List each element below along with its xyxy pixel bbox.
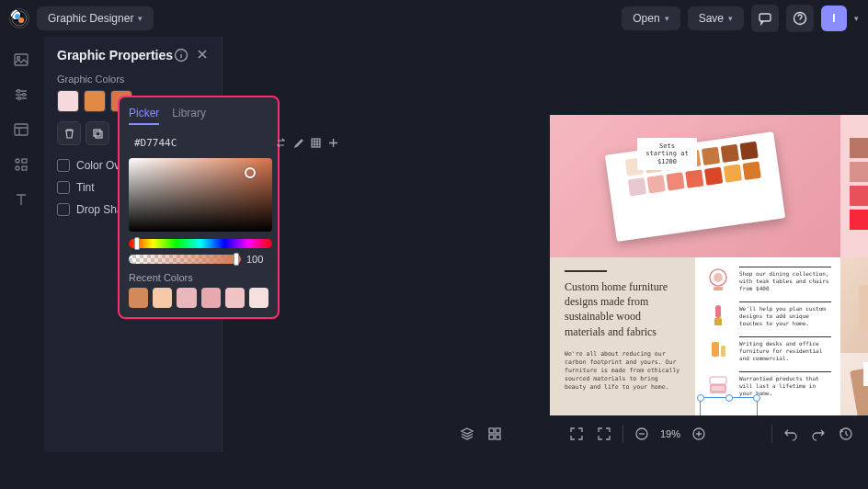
hue-slider[interactable] bbox=[129, 239, 272, 248]
bottom-toolbar: 19% bbox=[445, 415, 868, 452]
body-text: We're all about reducing our carbon foot… bbox=[565, 350, 680, 392]
design-cell-strokes[interactable]: Living Room Sets bbox=[840, 115, 868, 257]
item-text: Writing desks and office furniture for r… bbox=[739, 336, 831, 361]
eyedropper-icon[interactable] bbox=[292, 135, 304, 150]
headline-text: Custom home furniture designs made from … bbox=[565, 279, 680, 339]
list-item[interactable]: Writing desks and office furniture for r… bbox=[704, 336, 831, 364]
swap-icon[interactable] bbox=[275, 135, 287, 150]
svg-rect-17 bbox=[96, 131, 102, 138]
svg-rect-12 bbox=[22, 159, 27, 163]
save-button[interactable]: Save ▾ bbox=[688, 6, 744, 30]
delete-button[interactable] bbox=[57, 121, 81, 145]
checkbox-icon bbox=[57, 181, 70, 194]
list-item[interactable]: Warrantied products that will last a lif… bbox=[704, 371, 831, 399]
app-mode-dropdown[interactable]: Graphic Designer ▾ bbox=[37, 6, 154, 30]
recent-color-swatch[interactable] bbox=[225, 288, 245, 308]
svg-point-6 bbox=[17, 57, 20, 60]
history-icon[interactable] bbox=[837, 425, 855, 443]
canvas-area[interactable]: Sets starting at $1200 Living Room Sets … bbox=[223, 37, 868, 452]
saturation-area[interactable] bbox=[129, 158, 272, 232]
item-illustration-icon bbox=[704, 336, 732, 364]
color-swatch[interactable] bbox=[57, 90, 79, 112]
svg-rect-14 bbox=[22, 166, 27, 170]
recent-color-swatch[interactable] bbox=[201, 288, 221, 308]
shapes-tool-icon[interactable] bbox=[13, 156, 31, 175]
design-cell-palette[interactable]: Sets starting at $1200 bbox=[550, 115, 840, 257]
close-icon[interactable] bbox=[196, 48, 209, 63]
svg-point-7 bbox=[17, 90, 20, 93]
color-swatch[interactable] bbox=[84, 90, 106, 112]
grid-palette-icon[interactable] bbox=[310, 135, 322, 150]
svg-rect-21 bbox=[715, 305, 721, 318]
zoom-in-icon[interactable] bbox=[690, 425, 708, 443]
svg-rect-31 bbox=[496, 435, 500, 439]
recent-color-swatch[interactable] bbox=[129, 288, 148, 308]
tab-library[interactable]: Library bbox=[172, 107, 206, 125]
adjust-tool-icon[interactable] bbox=[13, 86, 31, 105]
item-text: We'll help you plan custom designs to ad… bbox=[739, 301, 831, 326]
graphic-colors-label: Graphic Colors bbox=[57, 74, 209, 85]
svg-rect-26 bbox=[712, 386, 725, 391]
alpha-slider[interactable] bbox=[129, 255, 241, 264]
image-tool-icon[interactable] bbox=[13, 51, 31, 70]
alpha-handle[interactable] bbox=[234, 253, 239, 266]
help-button[interactable] bbox=[786, 5, 814, 32]
expand-icon[interactable] bbox=[595, 425, 613, 443]
duplicate-button[interactable] bbox=[86, 121, 109, 145]
alpha-value[interactable]: 100 bbox=[246, 254, 268, 265]
chevron-down-icon: ▾ bbox=[138, 14, 143, 23]
zoom-out-icon[interactable] bbox=[633, 425, 651, 443]
item-illustration-icon bbox=[704, 267, 732, 294]
item-text: Shop our dining collection, with teak ta… bbox=[739, 267, 831, 291]
svg-rect-27 bbox=[710, 377, 726, 384]
svg-rect-5 bbox=[15, 54, 28, 65]
text-tool-icon[interactable] bbox=[13, 191, 31, 210]
svg-point-11 bbox=[16, 159, 19, 163]
grid-icon[interactable] bbox=[485, 425, 504, 443]
svg-rect-35 bbox=[312, 139, 320, 147]
recent-color-swatch[interactable] bbox=[177, 288, 196, 308]
tab-picker[interactable]: Picker bbox=[129, 107, 159, 125]
layout-tool-icon[interactable] bbox=[13, 121, 31, 140]
list-item[interactable]: We'll help you plan custom designs to ad… bbox=[704, 301, 831, 329]
undo-icon[interactable] bbox=[782, 425, 800, 443]
hue-handle[interactable] bbox=[134, 237, 140, 250]
svg-rect-24 bbox=[721, 346, 725, 357]
recent-color-swatch[interactable] bbox=[249, 288, 268, 308]
chevron-down-icon: ▾ bbox=[728, 14, 733, 23]
svg-rect-28 bbox=[489, 428, 494, 433]
svg-rect-10 bbox=[15, 124, 28, 135]
svg-rect-29 bbox=[496, 428, 500, 433]
layers-icon[interactable] bbox=[458, 425, 476, 443]
info-icon[interactable] bbox=[174, 48, 188, 63]
hex-input[interactable] bbox=[134, 137, 269, 149]
price-tag: Sets starting at $1200 bbox=[637, 138, 697, 170]
app-logo[interactable] bbox=[9, 8, 29, 28]
fit-icon[interactable] bbox=[567, 425, 586, 443]
left-rail bbox=[0, 37, 44, 452]
checkbox-icon bbox=[57, 159, 70, 172]
svg-rect-3 bbox=[760, 14, 771, 21]
recent-colors-label: Recent Colors bbox=[129, 272, 268, 283]
svg-point-13 bbox=[16, 166, 19, 170]
chevron-down-icon[interactable]: ▾ bbox=[854, 14, 859, 23]
open-button[interactable]: Open ▾ bbox=[622, 6, 680, 30]
design-canvas[interactable]: Sets starting at $1200 Living Room Sets … bbox=[550, 115, 868, 448]
checkbox-icon bbox=[57, 203, 70, 216]
color-picker-popover: Picker Library 100 Recent Colors bbox=[118, 96, 280, 319]
avatar[interactable]: I bbox=[821, 6, 847, 31]
zoom-value[interactable]: 19% bbox=[660, 428, 680, 439]
svg-rect-22 bbox=[714, 318, 722, 325]
list-item[interactable]: Shop our dining collection, with teak ta… bbox=[704, 267, 831, 294]
saturation-handle[interactable] bbox=[245, 167, 256, 178]
recent-color-swatch[interactable] bbox=[153, 288, 172, 308]
app-mode-label: Graphic Designer bbox=[48, 12, 133, 25]
add-icon[interactable] bbox=[327, 135, 339, 150]
comments-button[interactable] bbox=[751, 5, 779, 32]
svg-rect-16 bbox=[94, 130, 100, 136]
item-illustration-icon bbox=[704, 371, 732, 399]
redo-icon[interactable] bbox=[809, 425, 828, 443]
svg-point-9 bbox=[18, 97, 21, 100]
svg-point-8 bbox=[23, 94, 26, 97]
svg-rect-23 bbox=[712, 342, 719, 357]
